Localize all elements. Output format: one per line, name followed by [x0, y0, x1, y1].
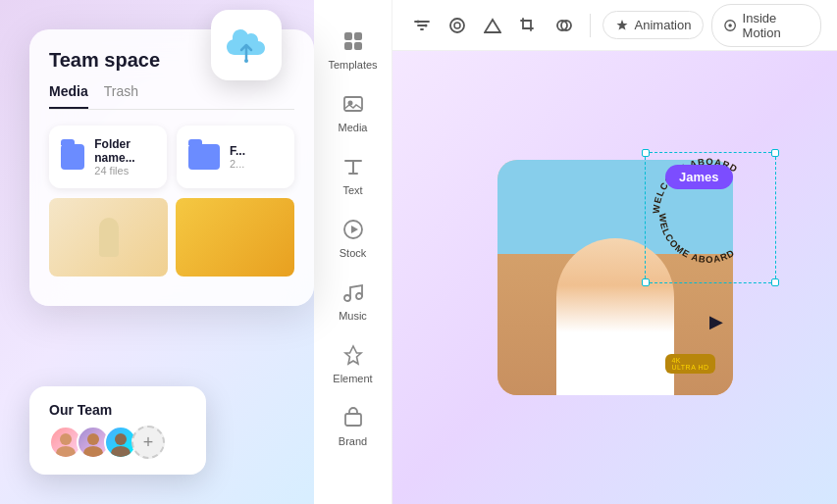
svg-rect-17	[345, 414, 361, 426]
sidebar-item-label-templates: Templates	[328, 59, 377, 71]
sidebar-item-templates[interactable]: Templates	[320, 20, 387, 78]
sidebar-item-stock[interactable]: Stock	[320, 208, 387, 267]
folder-count-2: 2...	[230, 158, 245, 170]
sidebar-item-label-media: Media	[339, 122, 368, 133]
circle-edit-icon[interactable]	[444, 10, 471, 41]
media-icon	[340, 90, 367, 118]
triangle-icon[interactable]	[479, 10, 506, 41]
svg-point-3	[87, 433, 99, 445]
media-thumb-2	[176, 198, 294, 277]
our-team-title: Our Team	[49, 402, 165, 418]
svg-point-20	[450, 19, 464, 32]
inside-motion-label: Inside Motion	[743, 11, 809, 40]
svg-point-16	[356, 293, 362, 299]
sidebar-item-brand[interactable]: Brand	[320, 396, 387, 455]
music-icon	[340, 278, 367, 306]
toolbar: Animation Inside Motion	[392, 0, 837, 51]
tab-trash[interactable]: Trash	[104, 83, 138, 109]
folder-icon-1	[61, 144, 84, 170]
james-bubble: James	[665, 165, 732, 189]
handle-bl[interactable]	[642, 278, 650, 286]
filter-icon[interactable]	[408, 10, 436, 41]
folder-name-2: F...	[230, 144, 245, 158]
tab-media[interactable]: Media	[49, 83, 88, 109]
canvas-area: WELCOME ABOARD WELCOME ABOARD 4K ULTRA H…	[392, 51, 837, 504]
animation-button[interactable]: Animation	[602, 11, 705, 39]
sidebar-item-label-text: Text	[342, 184, 362, 196]
sidebar-item-label-brand: Brand	[339, 435, 367, 447]
avatars-row: +	[49, 426, 165, 459]
handle-tr[interactable]	[771, 149, 779, 157]
svg-point-5	[115, 433, 127, 445]
svg-point-19	[425, 24, 428, 26]
team-tabs: Media Trash	[49, 83, 294, 110]
svg-point-21	[454, 23, 460, 28]
sidebar-item-text[interactable]: Text	[320, 145, 387, 204]
stock-icon	[340, 216, 367, 243]
animation-label: Animation	[635, 18, 692, 32]
folder-name-1: Folder name...	[94, 137, 155, 165]
crop-icon[interactable]	[514, 10, 542, 41]
folder-count-1: 24 files	[94, 165, 155, 176]
svg-point-2	[56, 446, 76, 457]
animation-icon	[615, 19, 629, 32]
folder-grid: Folder name... 24 files F... 2...	[49, 126, 294, 188]
sidebar-item-media[interactable]: Media	[320, 82, 387, 141]
canvas-content: WELCOME ABOARD WELCOME ABOARD 4K ULTRA H…	[488, 150, 743, 405]
svg-rect-10	[354, 42, 362, 50]
svg-point-15	[344, 295, 350, 301]
media-thumbs	[49, 198, 294, 277]
svg-point-18	[417, 20, 420, 23]
media-thumb-1	[49, 198, 168, 277]
templates-icon	[340, 27, 367, 55]
svg-point-25	[729, 24, 732, 26]
overlay-icon[interactable]	[550, 10, 578, 41]
sidebar-item-element[interactable]: Element	[320, 333, 387, 392]
brand-icon	[340, 404, 367, 431]
text-icon	[340, 153, 367, 180]
sidebar-item-music[interactable]: Music	[320, 271, 387, 329]
svg-rect-8	[354, 32, 362, 40]
add-member-button[interactable]: +	[131, 426, 165, 459]
svg-point-4	[83, 446, 103, 457]
inside-motion-icon	[724, 19, 736, 32]
inside-motion-button[interactable]: Inside Motion	[711, 4, 821, 47]
badge-4k: 4K ULTRA HD	[665, 354, 714, 374]
cloud-upload-svg	[225, 27, 268, 63]
svg-marker-14	[351, 226, 358, 233]
folder-icon-2	[188, 144, 220, 170]
cosmetic-image	[49, 198, 168, 277]
svg-rect-9	[344, 42, 352, 50]
svg-rect-7	[344, 32, 352, 40]
sidebar: Templates Media Text Stock	[314, 0, 392, 504]
svg-point-1	[60, 433, 72, 445]
toolbar-divider-1	[590, 14, 591, 37]
sidebar-item-label-music: Music	[339, 310, 367, 322]
our-team-card: Our Team +	[29, 386, 206, 475]
folder-item-1[interactable]: Folder name... 24 files	[49, 126, 167, 188]
sidebar-item-label-stock: Stock	[340, 247, 367, 259]
handle-br[interactable]	[771, 278, 779, 286]
sidebar-item-label-element: Element	[333, 373, 372, 384]
element-icon	[340, 341, 367, 369]
cloud-upload-icon[interactable]	[211, 10, 282, 80]
svg-point-6	[111, 446, 131, 457]
cursor-arrow-icon: ▶	[709, 311, 723, 332]
folder-item-2[interactable]: F... 2...	[177, 126, 294, 188]
svg-point-0	[244, 59, 248, 63]
svg-text:WELCOME ABOARD: WELCOME ABOARD	[656, 213, 736, 265]
